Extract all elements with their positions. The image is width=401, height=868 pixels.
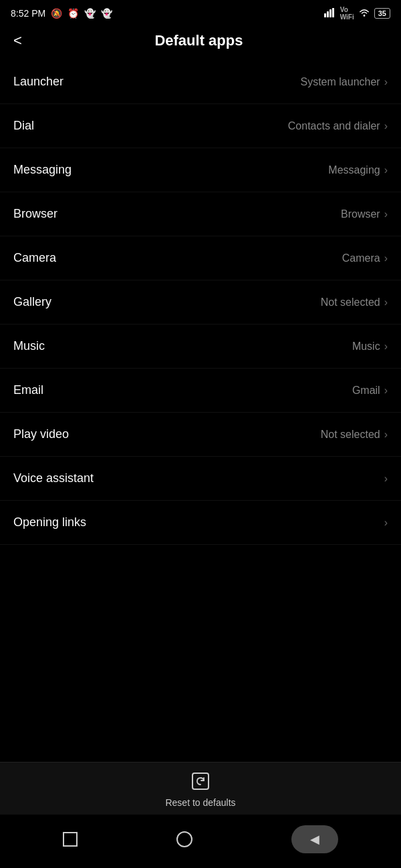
svg-rect-1	[327, 11, 329, 17]
square-icon	[63, 832, 78, 847]
chevron-icon-dial: ›	[384, 120, 388, 132]
item-label-music: Music	[13, 339, 45, 353]
chevron-icon-launcher: ›	[384, 76, 388, 88]
status-left: 8:52 PM 🔕 ⏰ 👻 👻	[11, 8, 112, 19]
alarm-icon: ⏰	[68, 8, 79, 19]
item-value-launcher: System launcher	[301, 76, 380, 88]
svg-rect-2	[329, 9, 331, 17]
vowifi-icon: VoWiFi	[340, 6, 354, 21]
snapchat-icon2: 👻	[101, 8, 112, 19]
item-right-voice-assistant: ›	[384, 473, 388, 485]
item-value-dial: Contacts and dialer	[288, 120, 380, 132]
item-label-opening-links: Opening links	[13, 515, 86, 529]
settings-list: LauncherSystem launcher›DialContacts and…	[0, 60, 401, 762]
item-label-dial: Dial	[13, 119, 34, 133]
item-right-email: Gmail›	[352, 385, 388, 397]
settings-item-camera[interactable]: CameraCamera›	[0, 236, 401, 280]
action-bar[interactable]: Reset to defaults	[0, 762, 401, 815]
battery-indicator: 35	[374, 8, 390, 19]
svg-rect-0	[324, 13, 326, 17]
item-right-launcher: System launcher›	[301, 76, 388, 88]
item-label-voice-assistant: Voice assistant	[13, 471, 94, 485]
item-right-messaging: Messaging›	[328, 164, 388, 176]
chevron-icon-music: ›	[384, 341, 388, 353]
item-label-gallery: Gallery	[13, 295, 51, 309]
item-label-play-video: Play video	[13, 427, 69, 441]
item-right-dial: Contacts and dialer›	[288, 120, 388, 132]
settings-item-dial[interactable]: DialContacts and dialer›	[0, 104, 401, 148]
settings-item-opening-links[interactable]: Opening links›	[0, 501, 401, 545]
back-arrow-icon: ◀	[310, 832, 319, 847]
item-value-gallery: Not selected	[321, 296, 380, 308]
item-right-opening-links: ›	[384, 517, 388, 529]
wifi-icon	[358, 8, 370, 19]
chevron-icon-gallery: ›	[384, 296, 388, 308]
item-label-launcher: Launcher	[13, 75, 63, 89]
header: < Default apps	[0, 24, 401, 60]
settings-item-email[interactable]: EmailGmail›	[0, 369, 401, 413]
svg-rect-3	[332, 8, 334, 17]
reset-label[interactable]: Reset to defaults	[165, 797, 235, 808]
chevron-icon-browser: ›	[384, 208, 388, 220]
back-nav-button[interactable]: ◀	[291, 825, 338, 853]
svg-point-4	[363, 15, 365, 17]
reset-icon	[191, 772, 210, 795]
mute-icon: 🔕	[51, 8, 62, 19]
page-title: Default apps	[30, 32, 368, 49]
item-value-messaging: Messaging	[328, 164, 380, 176]
chevron-icon-play-video: ›	[384, 429, 388, 441]
svg-rect-5	[192, 773, 209, 789]
chevron-icon-opening-links: ›	[384, 517, 388, 529]
item-label-browser: Browser	[13, 207, 57, 221]
item-right-gallery: Not selected›	[321, 296, 388, 308]
settings-item-music[interactable]: MusicMusic›	[0, 324, 401, 369]
item-label-messaging: Messaging	[13, 163, 72, 177]
status-bar: 8:52 PM 🔕 ⏰ 👻 👻 VoWiFi 35	[0, 0, 401, 24]
circle-icon	[176, 831, 192, 847]
item-value-browser: Browser	[341, 208, 380, 220]
item-value-email: Gmail	[352, 385, 380, 397]
item-label-camera: Camera	[13, 251, 56, 265]
item-value-play-video: Not selected	[321, 429, 380, 441]
settings-item-voice-assistant[interactable]: Voice assistant›	[0, 457, 401, 501]
chevron-icon-voice-assistant: ›	[384, 473, 388, 485]
item-right-play-video: Not selected›	[321, 429, 388, 441]
settings-item-messaging[interactable]: MessagingMessaging›	[0, 148, 401, 192]
chevron-icon-email: ›	[384, 385, 388, 397]
item-right-music: Music›	[352, 341, 388, 353]
nav-bar: ◀	[0, 815, 401, 868]
settings-item-gallery[interactable]: GalleryNot selected›	[0, 280, 401, 324]
item-label-email: Email	[13, 383, 43, 397]
signal-icon	[324, 8, 336, 19]
settings-item-launcher[interactable]: LauncherSystem launcher›	[0, 60, 401, 104]
recent-apps-button[interactable]	[63, 832, 78, 847]
status-right: VoWiFi 35	[324, 6, 390, 21]
item-right-camera: Camera›	[342, 252, 388, 264]
settings-item-browser[interactable]: BrowserBrowser›	[0, 192, 401, 236]
home-button[interactable]	[176, 831, 192, 847]
time-display: 8:52 PM	[11, 8, 45, 19]
chevron-icon-camera: ›	[384, 252, 388, 264]
item-value-music: Music	[352, 341, 380, 353]
chevron-icon-messaging: ›	[384, 164, 388, 176]
item-right-browser: Browser›	[341, 208, 388, 220]
back-button[interactable]: <	[13, 32, 30, 49]
item-value-camera: Camera	[342, 252, 380, 264]
settings-item-play-video[interactable]: Play videoNot selected›	[0, 413, 401, 457]
snapchat-icon1: 👻	[84, 8, 96, 19]
